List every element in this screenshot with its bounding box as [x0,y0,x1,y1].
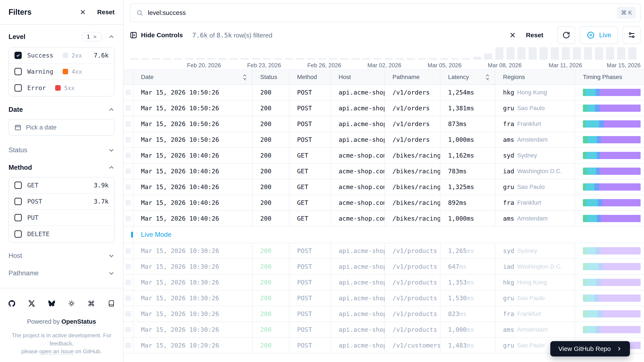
level-option-row[interactable]: Error5xx [9,80,114,96]
column-header-date[interactable]: Date [133,70,252,84]
view-settings-button[interactable] [623,26,640,44]
level-section-header[interactable]: Level 1 [8,32,114,42]
column-header-host[interactable]: Host [331,70,385,84]
checkbox[interactable] [14,198,22,205]
openstatus-link[interactable]: OpenStatus [61,318,96,325]
row-level-cell[interactable] [124,306,133,322]
histogram-bar[interactable] [352,58,360,60]
table-row[interactable]: Mar 15, 2026 10:40:26200GETacme-shop.com… [124,179,644,195]
histogram-bar[interactable] [562,47,570,60]
column-header-status[interactable]: Status [252,70,290,84]
row-level-cell[interactable] [124,290,133,306]
checkbox[interactable] [14,182,22,189]
reset-button[interactable]: Reset [526,32,543,39]
histogram-bar[interactable] [407,58,415,60]
method-option-row[interactable]: DELETE [9,226,114,242]
histogram-bar[interactable] [241,58,249,60]
level-option-row[interactable]: Success2xx7.6k [9,48,114,64]
histogram-bar[interactable] [329,58,337,60]
histogram-bar[interactable] [318,58,326,60]
column-header-latency[interactable]: Latency [440,70,495,84]
chevron-down-icon[interactable] [108,252,114,259]
histogram-bar[interactable] [141,58,149,60]
histogram-bar[interactable] [606,47,614,60]
histogram-bar[interactable] [451,58,459,60]
checkbox[interactable] [14,52,22,59]
chevron-down-icon[interactable] [108,270,114,276]
histogram-bar[interactable] [384,58,393,60]
histogram-bar[interactable] [617,47,625,60]
method-option-row[interactable]: GET3.9k [9,178,114,194]
table-row[interactable]: Mar 15, 2026 10:30:26200POSTapi.acme-sho… [124,290,644,306]
table-row[interactable]: Mar 15, 2026 10:50:26200POSTapi.acme-sho… [124,132,644,148]
bluesky-icon[interactable] [48,299,55,308]
row-level-cell[interactable] [124,275,133,290]
hide-controls-button[interactable]: Hide Controls [130,32,183,39]
row-level-cell[interactable] [124,132,133,147]
histogram-bar[interactable] [196,58,204,60]
histogram-bar[interactable] [340,58,348,60]
histogram-bar[interactable] [252,58,260,60]
histogram-bar[interactable] [484,54,492,60]
histogram-bar[interactable] [362,58,370,60]
row-level-cell[interactable] [124,179,133,195]
histogram-bar[interactable] [473,57,481,60]
histogram-bar[interactable] [307,58,315,60]
date-section-header[interactable]: Date [8,106,114,114]
table-row[interactable]: Mar 15, 2026 10:50:26200POSTapi.acme-sho… [124,100,644,116]
row-level-cell[interactable] [124,243,133,258]
column-header-method[interactable]: Method [290,70,331,84]
chevron-up-icon[interactable] [108,106,114,113]
histogram-bar[interactable] [418,58,426,60]
command-icon[interactable] [88,299,94,308]
refresh-button[interactable] [557,26,575,44]
chevron-up-icon[interactable] [108,164,114,171]
sidebar-section-pathname[interactable]: Pathname [8,269,114,277]
histogram-bar[interactable] [285,58,293,60]
clear-filters-icon[interactable] [509,32,516,38]
x-twitter-icon[interactable] [28,299,35,308]
close-filters-icon[interactable] [80,9,86,15]
view-github-repo-button[interactable]: View GitHub Repo [550,341,630,356]
column-header-pathname[interactable]: Pathname [385,70,440,84]
histogram-bar[interactable] [263,58,271,60]
method-option-row[interactable]: PUT [9,210,114,226]
sidebar-section-host[interactable]: Host [8,252,114,260]
checkbox[interactable] [14,84,22,92]
row-level-cell[interactable] [124,116,133,132]
sort-chevrons-icon[interactable] [242,74,248,80]
histogram-bar[interactable] [495,47,504,60]
column-header-regions[interactable]: Regions [495,70,575,84]
checkbox[interactable] [14,214,22,221]
book-icon[interactable] [108,299,114,308]
date-picker-input[interactable]: Pick a date [8,119,114,136]
histogram-bar[interactable] [584,47,592,60]
sort-chevrons-icon[interactable] [485,74,490,80]
table-row[interactable]: Mar 15, 2026 10:30:26200POSTapi.acme-sho… [124,322,644,338]
histogram-bar[interactable] [218,58,226,60]
level-option-row[interactable]: Warning4xx [9,64,114,80]
table-row[interactable]: Mar 15, 2026 10:40:26200GETacme-shop.com… [124,195,644,211]
table-row[interactable]: Mar 15, 2026 10:30:26200POSTapi.acme-sho… [124,275,644,290]
table-row[interactable]: Mar 15, 2026 10:40:26200GETacme-shop.com… [124,148,644,164]
histogram-bar[interactable] [528,47,537,60]
search-input[interactable] [148,9,617,16]
histogram-bar[interactable] [130,58,138,60]
live-mode-row[interactable]: Live Mode [124,226,644,243]
table-row[interactable]: Mar 15, 2026 10:30:26200POSTapi.acme-sho… [124,259,644,275]
github-icon[interactable] [8,299,15,308]
histogram-bar[interactable] [595,47,603,60]
histogram-bar[interactable] [551,47,559,60]
checkbox[interactable] [14,230,22,238]
filters-reset-button[interactable]: Reset [97,8,114,16]
search-bar[interactable]: ⌘ K [130,4,640,22]
histogram-bar[interactable] [274,58,282,60]
date-histogram[interactable]: Feb 20, 2026Feb 23, 2026Feb 26, 2026Mar … [130,47,644,70]
chevron-down-icon[interactable] [108,147,114,153]
table-row[interactable]: Mar 15, 2026 10:30:26200POSTapi.acme-sho… [124,243,644,259]
histogram-bars[interactable] [130,47,644,60]
table-row[interactable]: Mar 15, 2026 10:40:26200GETacme-shop.com… [124,164,644,179]
histogram-bar[interactable] [185,58,193,60]
row-level-cell[interactable] [124,85,133,100]
table-row[interactable]: Mar 15, 2026 10:30:26200POSTapi.acme-sho… [124,306,644,322]
